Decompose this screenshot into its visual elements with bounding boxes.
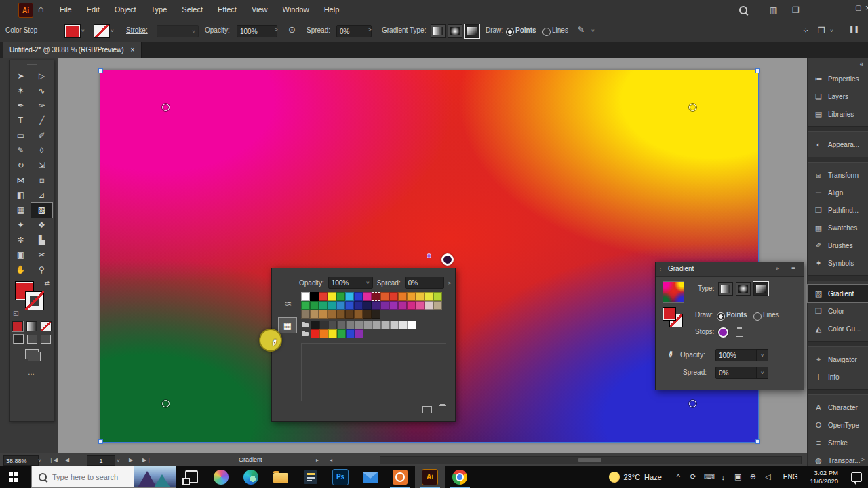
language-indicator[interactable]: ENG xyxy=(778,473,804,481)
display-icon[interactable]: ▣ xyxy=(734,472,743,481)
volume-icon[interactable]: ◁ xyxy=(764,472,772,481)
panel-menu-icon[interactable]: ≡ xyxy=(791,265,795,272)
color-swatch[interactable] xyxy=(390,321,399,329)
update-icon[interactable]: ⟳ xyxy=(689,472,698,481)
color-swatch[interactable] xyxy=(301,292,310,301)
color-swatch[interactable] xyxy=(345,301,354,310)
dock-item-align[interactable]: ☰Align xyxy=(808,184,868,201)
color-swatch[interactable] xyxy=(337,329,346,338)
eyedropper-icon[interactable]: ✒ xyxy=(665,350,677,359)
edit-gradient-chevron-icon[interactable]: ˅ xyxy=(591,28,595,34)
gradient-fill-proxy[interactable] xyxy=(663,307,676,321)
gp-opacity-chevron[interactable]: ˅ xyxy=(756,349,768,361)
color-swatch[interactable] xyxy=(354,301,363,310)
file-explorer[interactable] xyxy=(266,466,296,488)
curvature-tool[interactable]: ✑ xyxy=(31,98,52,113)
dock-item-info[interactable]: iInfo xyxy=(808,368,868,386)
color-swatch[interactable] xyxy=(319,329,328,338)
artboard-next-icon[interactable]: ▶ xyxy=(129,457,133,463)
color-swatch[interactable] xyxy=(425,292,433,301)
gradient-button[interactable] xyxy=(26,321,37,331)
width-tool[interactable]: ⋈ xyxy=(10,173,31,188)
paintbrush-tool[interactable]: ✐ xyxy=(31,128,52,143)
slice-tool[interactable]: ✂ xyxy=(31,247,52,262)
color-swatch[interactable] xyxy=(363,321,372,329)
artboard-first-icon[interactable]: ❘◀ xyxy=(49,457,58,463)
search-icon[interactable] xyxy=(739,5,747,17)
color-swatch[interactable] xyxy=(363,310,372,319)
dock-item-layers[interactable]: ❏Layers xyxy=(808,87,868,105)
draw-points-radio[interactable] xyxy=(506,26,514,38)
opacity-field[interactable]: 100% xyxy=(237,25,277,37)
color-swatch[interactable] xyxy=(425,301,433,310)
menu-file[interactable]: File xyxy=(60,5,72,14)
taskbar-search-box[interactable] xyxy=(31,466,176,488)
none-button[interactable] xyxy=(41,321,52,331)
dock-icon-2-chevron[interactable]: ˅ xyxy=(830,28,833,34)
color-swatch[interactable] xyxy=(363,301,372,310)
dock-item-appearance[interactable]: ◐Appeara... xyxy=(808,136,868,153)
gradient-point-top-left[interactable] xyxy=(162,104,170,111)
eyedropper-tool[interactable]: ✦ xyxy=(10,218,31,232)
popup-opacity-field[interactable]: 100%˅ xyxy=(328,277,373,289)
new-swatch-icon[interactable] xyxy=(422,406,432,413)
gp-lines-label[interactable]: Lines xyxy=(763,311,779,319)
gradient-point-bottom-right[interactable] xyxy=(689,400,696,407)
menu-effect[interactable]: Effect xyxy=(218,5,237,14)
menu-select[interactable]: Select xyxy=(182,5,203,14)
gradient-point-bottom-left[interactable] xyxy=(162,400,170,407)
gp-points-radio[interactable] xyxy=(717,310,725,323)
gradient-annotator-icon[interactable]: ⊙ xyxy=(288,24,296,35)
dock-icon-2[interactable]: ❐ xyxy=(818,26,825,35)
artboard-handle[interactable] xyxy=(755,439,760,444)
color-swatch[interactable] xyxy=(311,329,319,338)
color-swatch[interactable] xyxy=(355,321,363,329)
dock-icon-3[interactable]: ❚❚ xyxy=(849,26,859,33)
mail-app[interactable] xyxy=(355,466,385,488)
task-view-button[interactable] xyxy=(176,466,206,488)
color-swatch[interactable] xyxy=(372,301,380,310)
notes-app[interactable] xyxy=(296,466,326,488)
clock[interactable]: 3:02 PM 11/6/2020 xyxy=(803,469,845,485)
color-swatch[interactable] xyxy=(345,310,354,319)
scrollbar-thumb[interactable] xyxy=(578,458,601,462)
scroll-right-icon[interactable]: ▸ xyxy=(316,457,319,463)
color-swatch[interactable] xyxy=(337,321,346,329)
gp-type-radial-button[interactable] xyxy=(736,282,751,296)
artboard-handle[interactable] xyxy=(98,439,103,444)
hand-tool[interactable]: ✋ xyxy=(10,262,31,277)
color-swatch[interactable] xyxy=(301,301,310,310)
color-swatch[interactable] xyxy=(380,292,389,301)
color-swatch[interactable] xyxy=(328,321,337,329)
selection-tool[interactable]: ➤ xyxy=(10,68,31,83)
gradient-panel-header[interactable]: ⁞ Gradient » ≡ xyxy=(656,262,804,277)
arrange-documents-icon[interactable]: ▥ xyxy=(770,5,777,15)
dock-scroll-icon[interactable]: > xyxy=(861,456,865,463)
gradient-type-radial-button[interactable] xyxy=(448,24,462,38)
action-center-icon[interactable] xyxy=(845,472,868,482)
artboard-handle[interactable] xyxy=(755,68,760,73)
hidden-icons-chevron[interactable]: ^ xyxy=(674,473,683,481)
symbol-sprayer-tool[interactable]: ✼ xyxy=(10,232,31,247)
zoom-chevron-icon[interactable]: ˅ xyxy=(38,458,41,464)
gradient-point-selected[interactable] xyxy=(441,253,454,266)
rectangle-tool[interactable]: ▭ xyxy=(10,128,31,143)
color-swatch[interactable] xyxy=(301,310,310,319)
gp-type-linear-button[interactable] xyxy=(718,282,733,296)
spread-more-icon[interactable]: > xyxy=(368,26,372,33)
delete-swatch-icon[interactable] xyxy=(439,405,446,413)
document-tab[interactable]: Untitled-2* @ 38.88 % (RGB/Preview) × xyxy=(3,42,142,58)
stroke-swatch[interactable] xyxy=(26,292,43,310)
dock-item-properties[interactable]: ≔Properties xyxy=(808,70,868,87)
gradient-point-top-right[interactable] xyxy=(689,104,696,111)
color-swatch[interactable] xyxy=(319,321,328,329)
popup-spread-field[interactable]: 0% xyxy=(405,277,444,289)
color-swatch[interactable] xyxy=(372,310,380,319)
color-swatch[interactable] xyxy=(380,301,389,310)
cortana-app[interactable] xyxy=(206,466,236,488)
column-graph-tool[interactable]: ▙ xyxy=(31,232,52,247)
horizontal-scrollbar[interactable] xyxy=(380,456,802,464)
dock-icon-1[interactable]: ⁘ xyxy=(802,26,809,35)
draw-points-label[interactable]: Points xyxy=(515,26,536,34)
color-swatch[interactable] xyxy=(328,329,337,338)
